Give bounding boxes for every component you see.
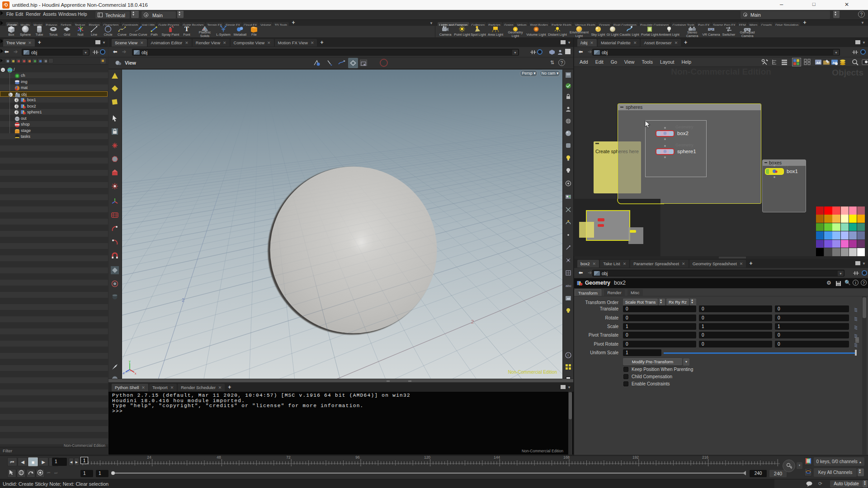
svg-text:z: z [123, 371, 125, 375]
svg-text:96: 96 [355, 455, 360, 460]
svg-text:120: 120 [424, 455, 430, 460]
svg-text:abc: abc [566, 284, 571, 288]
svg-text:192: 192 [632, 455, 639, 460]
svg-text:y: y [129, 360, 131, 363]
svg-text:144: 144 [494, 455, 500, 460]
svg-text:216: 216 [702, 455, 708, 460]
svg-text:48: 48 [217, 455, 221, 460]
svg-text:72: 72 [286, 455, 291, 460]
svg-text:168: 168 [563, 455, 570, 460]
svg-text:x: x [135, 372, 137, 375]
svg-text:i: i [568, 353, 569, 357]
svg-text:2: 2 [471, 319, 474, 324]
svg-text:2: 2 [182, 297, 184, 303]
svg-text:Non-Commercial Edition: Non-Commercial Edition [508, 370, 557, 375]
svg-text:24: 24 [147, 455, 151, 460]
